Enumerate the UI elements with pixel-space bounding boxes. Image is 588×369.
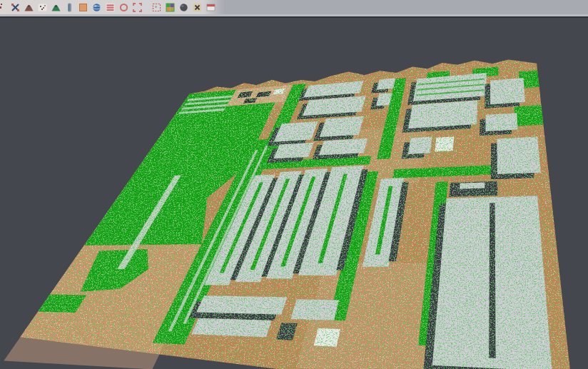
classification-palette-icon[interactable] <box>166 2 176 12</box>
main-toolbar <box>0 0 588 14</box>
point-speckle-layer <box>15 18 574 369</box>
target-circle-icon[interactable] <box>118 2 128 12</box>
clip-region-icon[interactable] <box>152 2 162 12</box>
layer-card-icon[interactable] <box>206 2 216 12</box>
scene-canvas[interactable] <box>0 18 588 369</box>
viewport-3d[interactable] <box>0 18 588 369</box>
edit-points-icon[interactable] <box>0 2 6 12</box>
terrain-surface-icon[interactable] <box>24 2 34 12</box>
orange-area-icon[interactable] <box>78 2 88 12</box>
render-sphere-icon[interactable] <box>179 2 189 12</box>
profile-view-icon[interactable] <box>64 2 74 12</box>
globe-3d-icon[interactable] <box>91 2 101 12</box>
results-list-icon[interactable] <box>105 2 115 12</box>
zoom-extents-icon[interactable] <box>132 2 142 12</box>
transform-points-icon[interactable] <box>10 2 20 12</box>
vegetation-surface-icon[interactable] <box>51 2 61 12</box>
point-cloud-icon[interactable] <box>37 2 47 12</box>
delete-measure-icon[interactable] <box>193 2 203 12</box>
app-window <box>0 0 588 369</box>
